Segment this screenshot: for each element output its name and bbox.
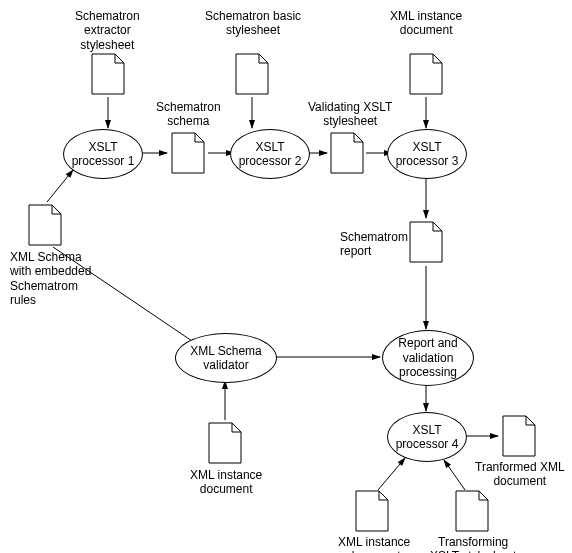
document-icon — [330, 132, 364, 174]
svg-line-8 — [47, 170, 73, 202]
label-schematrom-report: Schematrom report — [340, 230, 408, 259]
node-xslt-processor-4: XSLT processor 4 — [387, 412, 467, 462]
label-xml-instance-mid: XML instance document — [190, 468, 262, 497]
node-xslt-processor-2: XSLT processor 2 — [230, 129, 310, 179]
document-icon — [502, 415, 536, 457]
node-report-processing: Report and validation processing — [382, 330, 474, 386]
label-validating-xslt: Validating XSLT stylesheet — [308, 100, 392, 129]
node-label: XSLT processor 2 — [231, 140, 309, 169]
node-label: XSLT processor 3 — [388, 140, 466, 169]
document-icon — [28, 204, 62, 246]
document-icon — [171, 132, 205, 174]
document-icon — [355, 490, 389, 532]
svg-line-16 — [444, 460, 465, 490]
node-label: Report and validation processing — [383, 336, 473, 379]
document-icon — [409, 53, 443, 95]
label-xml-instance-bottom: XML instance document — [338, 535, 410, 553]
node-label: XSLT processor 1 — [64, 140, 142, 169]
label-xml-instance-top: XML instance document — [390, 9, 462, 38]
label-transforming-xslt: Transforming XSLT stylesheet — [430, 535, 516, 553]
document-icon — [455, 490, 489, 532]
label-schematron-extractor: Schematron extractor stylesheet — [75, 9, 140, 52]
document-icon — [409, 221, 443, 263]
node-xslt-processor-3: XSLT processor 3 — [387, 129, 467, 179]
label-schematron-schema: Schematron schema — [156, 100, 221, 129]
document-icon — [235, 53, 269, 95]
label-transformed-xml: Tranformed XML document — [475, 460, 565, 489]
node-xml-schema-validator: XML Schema validator — [175, 333, 277, 383]
node-xslt-processor-1: XSLT processor 1 — [63, 129, 143, 179]
svg-line-15 — [378, 458, 405, 490]
document-icon — [91, 53, 125, 95]
label-schematron-basic: Schematron basic stylesheet — [205, 9, 301, 38]
label-xml-schema-embedded: XML Schema with embedded Schematrom rule… — [10, 250, 91, 308]
document-icon — [208, 422, 242, 464]
node-label: XSLT processor 4 — [388, 423, 466, 452]
diagram-canvas: Schematron extractor stylesheet Schematr… — [0, 0, 572, 553]
node-label: XML Schema validator — [176, 344, 276, 373]
